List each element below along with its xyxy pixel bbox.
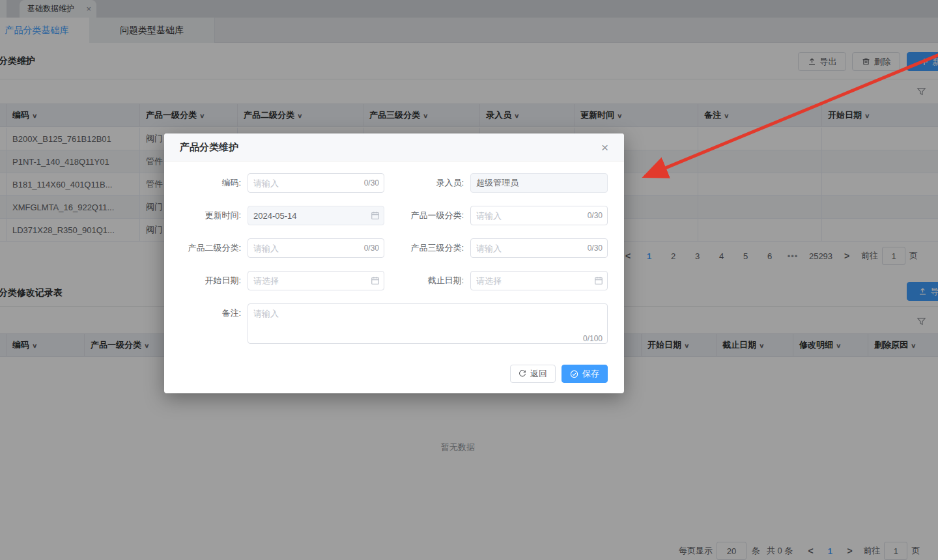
calendar-icon [594, 276, 603, 285]
calendar-icon [371, 211, 380, 220]
update-time-label: 更新时间: [167, 206, 248, 225]
calendar-icon [371, 276, 380, 285]
close-icon[interactable]: × [601, 141, 608, 154]
cat3-counter: 0/30 [588, 238, 603, 258]
dialog-form: 编码: 0/30 录入员: 更新时间: 产品一级分类: [164, 161, 624, 346]
cat2-label: 产品二级分类: [167, 238, 248, 258]
end-date-label: 截止日期: [384, 271, 470, 290]
code-counter: 0/30 [364, 173, 379, 193]
cat1-counter: 0/30 [588, 206, 603, 225]
end-date-input[interactable] [470, 271, 608, 290]
product-category-dialog: 产品分类维护 × 编码: 0/30 录入员: 更新时间: [164, 133, 624, 393]
dialog-footer: 返回 保存 [510, 365, 608, 383]
remark-textarea[interactable] [248, 303, 608, 344]
dialog-title: 产品分类维护 [180, 141, 601, 154]
remark-label: 备注: [167, 303, 248, 323]
remark-counter: 0/100 [583, 334, 603, 343]
recorder-label: 录入员: [384, 173, 470, 193]
cat1-label: 产品一级分类: [384, 206, 470, 225]
start-date-label: 开始日期: [167, 271, 248, 290]
start-date-input[interactable] [248, 271, 384, 290]
cat3-label: 产品三级分类: [384, 238, 470, 258]
dialog-header: 产品分类维护 × [164, 133, 624, 161]
back-button[interactable]: 返回 [510, 365, 556, 383]
save-button[interactable]: 保存 [561, 365, 608, 383]
recorder-input [470, 173, 608, 193]
cat2-counter: 0/30 [364, 238, 379, 258]
check-circle-icon [570, 370, 578, 378]
refresh-icon [519, 370, 526, 378]
code-label: 编码: [167, 173, 248, 193]
update-time-input [248, 206, 384, 225]
